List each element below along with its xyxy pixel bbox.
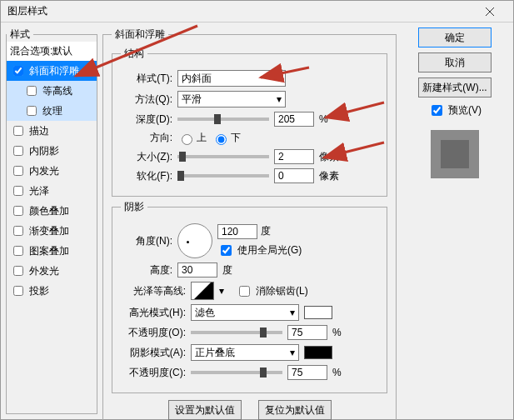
shadow-opacity-slider[interactable]	[191, 371, 282, 374]
style-item-check[interactable]	[13, 186, 23, 196]
style-item-label: 颜色叠加	[29, 204, 69, 218]
bevel-legend: 斜面和浮雕	[112, 28, 168, 42]
style-item-label: 投影	[29, 284, 49, 298]
shadow-opacity-label: 不透明度(C):	[121, 366, 186, 380]
style-item-内发光[interactable]: 内发光	[7, 161, 97, 181]
antialias-check[interactable]: 消除锯齿(L)	[236, 283, 308, 299]
style-combo[interactable]: 内斜面	[177, 70, 286, 87]
style-item-等高线[interactable]: 等高线	[7, 81, 97, 101]
soften-unit: 像素	[319, 169, 339, 183]
style-item-投影[interactable]: 投影	[7, 281, 97, 301]
style-list-panel: 样式 混合选项:默认斜面和浮雕等高线纹理描边内阴影内发光光泽颜色叠加渐变叠加图案…	[6, 28, 97, 414]
style-item-斜面和浮雕[interactable]: 斜面和浮雕	[7, 61, 97, 81]
make-default-button[interactable]: 设置为默认值	[168, 400, 242, 420]
style-item-label: 光泽	[29, 184, 49, 198]
style-item-check[interactable]	[27, 86, 37, 96]
structure-group: 结构 样式(T): 内斜面 方法(Q): 平滑 深度(D): %	[112, 47, 387, 197]
style-item-label: 纹理	[42, 104, 62, 118]
style-item-check[interactable]	[13, 66, 23, 76]
direction-down[interactable]: 下	[212, 131, 241, 145]
style-item-label: 渐变叠加	[29, 224, 69, 238]
shading-group: 阴影 角度(N): 度 使用全局光(G) 高度:	[112, 200, 387, 393]
center-panel: 斜面和浮雕 结构 样式(T): 内斜面 方法(Q): 平滑 深度(D):	[102, 28, 397, 414]
style-item-label: 内发光	[29, 164, 59, 178]
style-item-label: 斜面和浮雕	[29, 64, 79, 78]
style-item-label: 图案叠加	[29, 244, 69, 258]
right-panel: 确定 取消 新建样式(W)... 预览(V)	[402, 28, 508, 414]
shadow-mode-label: 阴影模式(A):	[121, 346, 186, 360]
size-input[interactable]	[274, 149, 314, 164]
size-label: 大小(Z):	[121, 150, 172, 164]
technique-label: 方法(Q):	[121, 92, 172, 107]
highlight-mode-combo[interactable]: 滤色	[191, 304, 299, 321]
style-item-光泽[interactable]: 光泽	[7, 181, 97, 201]
preview-check[interactable]: 预览(V)	[428, 102, 482, 118]
style-item-内阴影[interactable]: 内阴影	[7, 141, 97, 161]
style-item-label: 描边	[29, 124, 49, 138]
angle-unit: 度	[261, 224, 271, 238]
style-item-label: 内阴影	[29, 144, 59, 158]
new-style-button[interactable]: 新建样式(W)...	[418, 78, 492, 98]
altitude-unit: 度	[222, 263, 232, 278]
style-label: 样式(T):	[121, 72, 172, 86]
angle-input[interactable]	[217, 224, 257, 239]
gloss-contour-picker[interactable]	[191, 282, 214, 300]
style-item-label: 等高线	[42, 84, 72, 98]
direction-up[interactable]: 上	[177, 131, 207, 145]
global-light-check[interactable]: 使用全局光(G)	[217, 242, 302, 258]
size-slider[interactable]	[177, 155, 269, 158]
altitude-input[interactable]	[177, 262, 217, 278]
style-item-check[interactable]	[13, 226, 23, 236]
highlight-opacity-label: 不透明度(O):	[121, 326, 186, 340]
cancel-button[interactable]: 取消	[418, 52, 492, 72]
style-item-check[interactable]	[27, 106, 37, 116]
depth-input[interactable]	[274, 112, 314, 127]
style-item-颜色叠加[interactable]: 颜色叠加	[7, 201, 97, 221]
chevron-down-icon[interactable]: ▾	[219, 285, 224, 297]
size-unit: 像素	[319, 150, 339, 164]
reset-default-button[interactable]: 复位为默认值	[258, 400, 332, 420]
layer-style-dialog: 图层样式 样式 混合选项:默认斜面和浮雕等高线纹理描边内阴影内发光光泽颜色叠加渐…	[0, 0, 514, 420]
shadow-color-swatch[interactable]	[304, 346, 332, 359]
style-item-check[interactable]	[13, 126, 23, 136]
bevel-group: 斜面和浮雕 结构 样式(T): 内斜面 方法(Q): 平滑 深度(D):	[102, 28, 397, 420]
ok-button[interactable]: 确定	[418, 28, 492, 48]
style-item-check[interactable]	[13, 246, 23, 256]
preview-box	[431, 130, 479, 178]
style-item-check[interactable]	[13, 166, 23, 176]
soften-label: 软化(F):	[121, 169, 172, 183]
soften-slider[interactable]	[177, 174, 269, 178]
shadow-mode-combo[interactable]: 正片叠底	[191, 344, 299, 361]
highlight-color-swatch[interactable]	[304, 306, 332, 319]
shadow-opacity-unit: %	[332, 367, 342, 378]
close-button[interactable]	[473, 2, 507, 22]
style-item-check[interactable]	[13, 206, 23, 216]
style-item-纹理[interactable]: 纹理	[7, 101, 97, 121]
soften-input[interactable]	[274, 168, 314, 183]
depth-label: 深度(D):	[121, 112, 172, 127]
shading-legend: 阴影	[121, 200, 147, 214]
style-item-check[interactable]	[13, 146, 23, 156]
highlight-opacity-slider[interactable]	[191, 331, 282, 334]
highlight-opacity-input[interactable]	[287, 325, 327, 340]
depth-slider[interactable]	[177, 118, 269, 121]
titlebar: 图层样式	[1, 1, 513, 22]
style-item-图案叠加[interactable]: 图案叠加	[7, 241, 97, 261]
style-item-check[interactable]	[13, 286, 23, 296]
style-item-渐变叠加[interactable]: 渐变叠加	[7, 221, 97, 241]
technique-combo[interactable]: 平滑	[177, 91, 286, 108]
direction-label: 方向:	[121, 131, 172, 145]
angle-dial[interactable]	[177, 223, 212, 258]
close-icon	[486, 8, 494, 16]
shadow-opacity-input[interactable]	[287, 365, 327, 380]
blend-options-item[interactable]: 混合选项:默认	[7, 42, 97, 61]
angle-label: 角度(N):	[121, 234, 172, 248]
style-item-描边[interactable]: 描边	[7, 121, 97, 141]
style-list-legend: 样式	[7, 28, 33, 42]
highlight-opacity-unit: %	[332, 327, 342, 338]
title-text: 图层样式	[7, 4, 473, 18]
depth-unit: %	[319, 113, 328, 125]
style-item-外发光[interactable]: 外发光	[7, 261, 97, 281]
structure-legend: 结构	[121, 47, 147, 61]
style-item-check[interactable]	[13, 266, 23, 276]
